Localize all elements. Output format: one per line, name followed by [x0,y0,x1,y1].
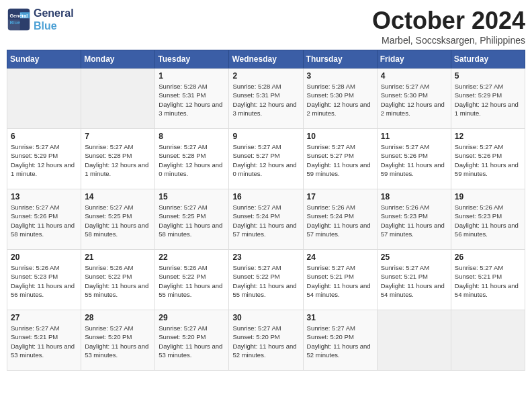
calendar-cell: 9Sunrise: 5:27 AM Sunset: 5:27 PM Daylig… [229,129,303,189]
title-area: October 2024 Marbel, Soccsksargen, Phili… [372,7,525,46]
month-title: October 2024 [372,7,525,35]
weekday-header-thursday: Thursday [303,50,377,68]
logo-icon: General Blue [7,7,31,32]
day-info: Sunrise: 5:27 AM Sunset: 5:25 PM Dayligh… [85,203,151,238]
calendar-cell: 17Sunrise: 5:26 AM Sunset: 5:24 PM Dayli… [303,189,377,250]
day-number: 10 [307,132,373,141]
calendar-cell [377,310,451,371]
day-info: Sunrise: 5:26 AM Sunset: 5:23 PM Dayligh… [455,203,521,238]
day-info: Sunrise: 5:27 AM Sunset: 5:26 PM Dayligh… [455,142,521,178]
svg-text:General: General [10,13,28,19]
day-info: Sunrise: 5:27 AM Sunset: 5:26 PM Dayligh… [381,142,447,178]
day-info: Sunrise: 5:26 AM Sunset: 5:22 PM Dayligh… [85,263,151,299]
weekday-header-monday: Monday [81,50,155,68]
calendar-cell: 25Sunrise: 5:27 AM Sunset: 5:21 PM Dayli… [377,250,451,310]
day-number: 30 [232,313,299,322]
calendar-cell [81,68,155,129]
day-info: Sunrise: 5:26 AM Sunset: 5:23 PM Dayligh… [381,203,447,238]
calendar-cell: 16Sunrise: 5:27 AM Sunset: 5:24 PM Dayli… [229,189,303,250]
calendar-cell: 23Sunrise: 5:27 AM Sunset: 5:22 PM Dayli… [229,250,303,310]
location-subtitle: Marbel, Soccsksargen, Philippines [372,35,525,46]
calendar-week-1: 1Sunrise: 5:28 AM Sunset: 5:31 PM Daylig… [7,68,525,129]
weekday-header-friday: Friday [377,50,451,68]
day-info: Sunrise: 5:27 AM Sunset: 5:22 PM Dayligh… [232,263,299,299]
calendar-cell: 24Sunrise: 5:27 AM Sunset: 5:21 PM Dayli… [303,250,377,310]
page-header: General Blue General Blue October 2024 M… [7,7,525,46]
day-info: Sunrise: 5:27 AM Sunset: 5:21 PM Dayligh… [11,324,77,359]
day-info: Sunrise: 5:27 AM Sunset: 5:20 PM Dayligh… [85,324,151,359]
day-info: Sunrise: 5:26 AM Sunset: 5:24 PM Dayligh… [307,203,373,238]
day-number: 28 [85,313,151,322]
calendar-week-5: 27Sunrise: 5:27 AM Sunset: 5:21 PM Dayli… [7,310,525,371]
day-number: 3 [307,71,373,81]
day-info: Sunrise: 5:27 AM Sunset: 5:29 PM Dayligh… [455,82,521,118]
weekday-header-tuesday: Tuesday [155,50,229,68]
weekday-header-sunday: Sunday [7,50,81,68]
calendar-cell: 22Sunrise: 5:26 AM Sunset: 5:22 PM Dayli… [155,250,229,310]
calendar-cell: 10Sunrise: 5:27 AM Sunset: 5:27 PM Dayli… [303,129,377,189]
day-number: 21 [85,253,151,262]
calendar-cell [451,310,525,371]
day-info: Sunrise: 5:27 AM Sunset: 5:21 PM Dayligh… [455,263,521,299]
day-info: Sunrise: 5:27 AM Sunset: 5:27 PM Dayligh… [232,142,299,178]
calendar-cell: 13Sunrise: 5:27 AM Sunset: 5:26 PM Dayli… [7,189,81,250]
day-number: 27 [11,313,77,322]
calendar-header-row: SundayMondayTuesdayWednesdayThursdayFrid… [7,50,525,68]
calendar-cell: 4Sunrise: 5:27 AM Sunset: 5:30 PM Daylig… [377,68,451,129]
day-number: 9 [232,132,299,141]
day-info: Sunrise: 5:28 AM Sunset: 5:31 PM Dayligh… [159,82,225,118]
calendar-week-3: 13Sunrise: 5:27 AM Sunset: 5:26 PM Dayli… [7,189,525,250]
logo-general: General [34,7,74,19]
calendar-cell: 31Sunrise: 5:27 AM Sunset: 5:20 PM Dayli… [303,310,377,371]
day-number: 7 [85,132,151,141]
calendar-cell [7,68,81,129]
calendar-cell: 19Sunrise: 5:26 AM Sunset: 5:23 PM Dayli… [451,189,525,250]
day-number: 26 [455,253,521,262]
day-number: 2 [232,71,299,81]
day-info: Sunrise: 5:27 AM Sunset: 5:28 PM Dayligh… [159,142,225,178]
day-number: 13 [11,192,77,201]
day-info: Sunrise: 5:27 AM Sunset: 5:30 PM Dayligh… [381,82,447,118]
day-number: 12 [455,132,521,141]
day-info: Sunrise: 5:27 AM Sunset: 5:27 PM Dayligh… [307,142,373,178]
day-number: 20 [11,253,77,262]
day-info: Sunrise: 5:28 AM Sunset: 5:30 PM Dayligh… [307,82,373,118]
day-number: 1 [159,71,225,81]
day-number: 11 [381,132,447,141]
weekday-header-wednesday: Wednesday [229,50,303,68]
day-number: 17 [307,192,373,201]
day-info: Sunrise: 5:28 AM Sunset: 5:31 PM Dayligh… [232,82,299,118]
day-number: 14 [85,192,151,201]
calendar-cell: 27Sunrise: 5:27 AM Sunset: 5:21 PM Dayli… [7,310,81,371]
calendar-cell: 29Sunrise: 5:27 AM Sunset: 5:20 PM Dayli… [155,310,229,371]
logo: General Blue General Blue [7,7,74,32]
day-number: 5 [455,71,521,81]
day-number: 4 [381,71,447,81]
calendar-cell: 7Sunrise: 5:27 AM Sunset: 5:28 PM Daylig… [81,129,155,189]
day-number: 22 [159,253,225,262]
calendar-cell: 18Sunrise: 5:26 AM Sunset: 5:23 PM Dayli… [377,189,451,250]
calendar-cell: 20Sunrise: 5:26 AM Sunset: 5:23 PM Dayli… [7,250,81,310]
day-info: Sunrise: 5:27 AM Sunset: 5:21 PM Dayligh… [381,263,447,299]
calendar-week-4: 20Sunrise: 5:26 AM Sunset: 5:23 PM Dayli… [7,250,525,310]
day-number: 31 [307,313,373,322]
day-number: 15 [159,192,225,201]
day-number: 24 [307,253,373,262]
weekday-header-saturday: Saturday [451,50,525,68]
day-info: Sunrise: 5:27 AM Sunset: 5:20 PM Dayligh… [232,324,299,359]
day-number: 6 [11,132,77,141]
calendar-cell: 12Sunrise: 5:27 AM Sunset: 5:26 PM Dayli… [451,129,525,189]
calendar-cell: 26Sunrise: 5:27 AM Sunset: 5:21 PM Dayli… [451,250,525,310]
day-number: 19 [455,192,521,201]
calendar-cell: 2Sunrise: 5:28 AM Sunset: 5:31 PM Daylig… [229,68,303,129]
day-info: Sunrise: 5:27 AM Sunset: 5:29 PM Dayligh… [11,142,77,178]
calendar-table: SundayMondayTuesdayWednesdayThursdayFrid… [7,50,525,371]
day-info: Sunrise: 5:26 AM Sunset: 5:22 PM Dayligh… [159,263,225,299]
svg-text:Blue: Blue [10,19,21,26]
day-number: 16 [232,192,299,201]
day-info: Sunrise: 5:27 AM Sunset: 5:26 PM Dayligh… [11,203,77,238]
day-info: Sunrise: 5:26 AM Sunset: 5:23 PM Dayligh… [11,263,77,299]
day-number: 8 [159,132,225,141]
calendar-cell: 8Sunrise: 5:27 AM Sunset: 5:28 PM Daylig… [155,129,229,189]
day-number: 29 [159,313,225,322]
